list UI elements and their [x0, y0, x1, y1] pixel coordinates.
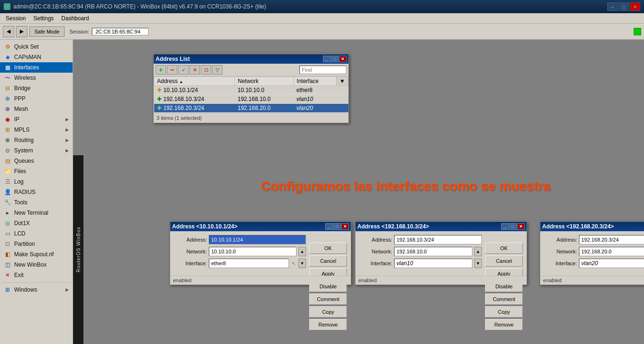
dialog1-minimize[interactable]: _	[325, 223, 333, 230]
sidebar-label-dot1x: Dot1X	[14, 220, 69, 227]
dialog2-remove-button[interactable]: Remove	[485, 319, 523, 330]
dialog1-close[interactable]: ✕	[341, 223, 349, 230]
forward-button[interactable]: ▶	[16, 26, 27, 37]
delete-address-button[interactable]: ✕	[190, 65, 200, 75]
dialog2-titlebar[interactable]: Address <192.168.10.3/24> _ □ ✕	[355, 222, 527, 231]
system-arrow-icon: ▶	[66, 148, 69, 153]
dialog2-minimize[interactable]: _	[501, 223, 509, 230]
sidebar-item-system[interactable]: ⊙ System ▶	[0, 145, 73, 156]
dialog2-copy-button[interactable]: Copy	[485, 306, 523, 318]
dialog2-maximize[interactable]: □	[509, 223, 517, 230]
sidebar-item-ppp[interactable]: ⊕ PPP	[0, 93, 73, 104]
sidebar-item-lcd[interactable]: ▭ LCD	[0, 228, 73, 239]
filter-button[interactable]: ▽	[212, 65, 223, 75]
dialog2-address-input[interactable]	[394, 235, 482, 244]
sidebar-item-new-terminal[interactable]: ▸ New Terminal	[0, 208, 73, 218]
menu-bar: Session Settings Dashboard	[0, 13, 644, 24]
edit-address-button[interactable]: ✓	[178, 65, 189, 75]
sidebar-item-dot1x[interactable]: ◎ Dot1X	[0, 218, 73, 228]
ip-arrow-icon: ▶	[66, 117, 69, 122]
dialog2-cancel-button[interactable]: Cancel	[485, 255, 523, 267]
dialog2-close[interactable]: ✕	[517, 223, 525, 230]
dialog3-network-input[interactable]	[579, 247, 644, 256]
dialog1-cancel-button[interactable]: Cancel	[309, 255, 347, 267]
address-table: Address ▲ Network Interface ▼ ✚10.10.10.…	[154, 76, 348, 113]
lcd-icon: ▭	[4, 230, 11, 237]
dialog3-interface-select[interactable]: vlan20	[579, 259, 644, 268]
dialog2-comment-button[interactable]: Comment	[485, 294, 523, 305]
sidebar-item-wireless[interactable]: 〜 Wireless	[0, 73, 73, 83]
sidebar-item-log[interactable]: ☰ Log	[0, 176, 73, 187]
dialog3-titlebar[interactable]: Address <192.168.20.3/24> _ □ ✕	[540, 222, 644, 231]
addr-list-close[interactable]: ✕	[339, 56, 347, 62]
sidebar-label-new-terminal: New Terminal	[14, 210, 69, 216]
sidebar-item-interfaces[interactable]: ▦ Interfaces	[0, 62, 73, 73]
sidebar-item-mesh[interactable]: ⊛ Mesh	[0, 104, 73, 114]
sidebar-item-tools[interactable]: 🔧 Tools	[0, 197, 73, 208]
remove-address-button[interactable]: −	[167, 65, 177, 75]
dialog1-address-label: Address:	[174, 237, 207, 243]
sidebar-item-make-supout[interactable]: ◧ Make Supout.rif	[0, 249, 73, 260]
sidebar-item-ip[interactable]: ◉ IP ▶	[0, 114, 73, 125]
dialog1-maximize[interactable]: □	[333, 223, 341, 230]
dialog1-network-arrow[interactable]: ▲	[298, 247, 306, 256]
dialog1-comment-button[interactable]: Comment	[309, 294, 347, 305]
menu-session[interactable]: Session	[2, 14, 30, 23]
sidebar-item-partition[interactable]: ⊡ Partition	[0, 239, 73, 249]
sidebar-item-quick-set[interactable]: ⚙ Quick Set	[0, 42, 73, 52]
sidebar-item-windows[interactable]: ⊞ Windows ▶	[0, 285, 73, 295]
sidebar-label-capsman: CAPsMAN	[14, 54, 69, 60]
sidebar-item-new-winbox[interactable]: ◫ New WinBox	[0, 260, 73, 270]
routing-arrow-icon: ▶	[66, 138, 69, 143]
dialog3-address-row: Address:	[544, 235, 644, 244]
col-address: Address ▲	[154, 77, 235, 86]
dialog2-interface-select[interactable]: vlan10	[394, 259, 472, 268]
dialog2-network-arrow[interactable]: ▲	[474, 247, 482, 256]
add-address-button[interactable]: +	[156, 65, 166, 75]
dialog1-ok-button[interactable]: OK	[309, 243, 347, 254]
dialog1-copy-button[interactable]: Copy	[309, 306, 347, 318]
table-row[interactable]: ✚192.168.10.3/24 192.168.10.0 vlan10	[154, 95, 348, 104]
minimize-button[interactable]: –	[607, 2, 618, 11]
find-input[interactable]	[299, 66, 347, 74]
table-row[interactable]: ✚10.10.10.1/24 10.10.10.0 ether8	[154, 86, 348, 95]
back-button[interactable]: ◀	[3, 26, 14, 37]
dialog1-interface-input[interactable]	[209, 259, 289, 268]
dialog1-network-input[interactable]	[209, 247, 297, 256]
dialog1-address-input[interactable]	[209, 235, 306, 244]
dialog1-titlebar[interactable]: Address <10.10.10.1/24> _ □ ✕	[170, 222, 351, 231]
menu-dashboard[interactable]: Dashboard	[58, 14, 93, 23]
log-icon: ☰	[4, 178, 11, 185]
sidebar-item-radius[interactable]: 👤 RADIUS	[0, 187, 73, 197]
address-list-titlebar[interactable]: Address List _ □ ✕	[154, 54, 348, 64]
sidebar-label-queues: Queues	[14, 158, 69, 164]
sidebar-item-exit[interactable]: ✕ Exit	[0, 270, 73, 280]
dialog1-interface-arrow[interactable]: ▼	[298, 259, 306, 268]
table-row-selected[interactable]: ✚192.168.20.3/24 192.168.20.0 vlan20	[154, 104, 348, 113]
addr-list-minimize[interactable]: _	[323, 56, 330, 62]
sidebar-item-routing[interactable]: ⊗ Routing ▶	[0, 135, 73, 145]
sidebar-item-mpls[interactable]: ⊞ MPLS ▶	[0, 125, 73, 135]
sidebar-label-quick-set: Quick Set	[14, 43, 69, 50]
addr-list-maximize[interactable]: □	[331, 56, 339, 62]
dot1x-icon: ◎	[4, 219, 11, 227]
dialog2-network-label: Network:	[359, 249, 392, 254]
maximize-button[interactable]: □	[619, 2, 629, 11]
dialog2-address-label: Address:	[359, 237, 392, 243]
dialog3-address-input[interactable]	[579, 235, 644, 244]
dialog1-remove-button[interactable]: Remove	[309, 319, 347, 330]
dialog2-ok-button[interactable]: OK	[485, 243, 523, 254]
sidebar-label-exit: Exit	[14, 272, 69, 278]
sidebar-item-capsman[interactable]: ◈ CAPsMAN	[0, 52, 73, 62]
menu-settings[interactable]: Settings	[30, 14, 58, 23]
dialog2-interface-arrow[interactable]: ▼	[474, 259, 482, 268]
safe-mode-button[interactable]: Safe Mode	[29, 26, 65, 37]
sidebar-item-bridge[interactable]: ⊟ Bridge	[0, 83, 73, 93]
dialog2-network-input[interactable]	[394, 247, 472, 256]
close-button[interactable]: ✕	[630, 2, 640, 11]
copy-address-button[interactable]: ⊡	[201, 65, 211, 75]
sidebar-label-new-winbox: New WinBox	[14, 261, 69, 268]
sidebar-item-queues[interactable]: ▤ Queues	[0, 156, 73, 166]
sidebar-item-files[interactable]: 📁 Files	[0, 166, 73, 176]
dialog1-title: Address <10.10.10.1/24>	[172, 223, 238, 230]
